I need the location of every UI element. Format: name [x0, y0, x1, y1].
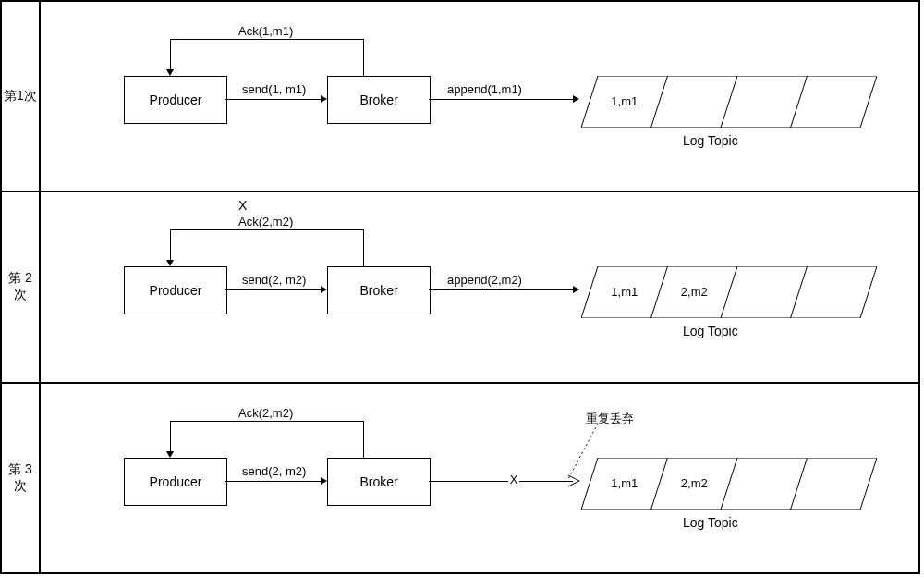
- ack-label: Ack(2,m2): [238, 215, 293, 228]
- send-label: send(2, m2): [242, 273, 306, 287]
- log-topic: 1,m1: [581, 76, 877, 128]
- log-caption: Log Topic: [683, 324, 738, 338]
- producer-box: Producer: [124, 458, 227, 506]
- send-arrow: [225, 99, 321, 100]
- send-arrow: [225, 289, 321, 290]
- row-label: 第 3 次: [2, 384, 41, 572]
- ack-arrow: [170, 421, 171, 451]
- producer-box: Producer: [124, 76, 227, 124]
- log-caption: Log Topic: [683, 515, 738, 530]
- row-stage: ProducerBroker send(1, m1) Ack(1,m1) app…: [41, 2, 918, 191]
- append-fail-icon: X: [508, 473, 520, 486]
- row-label: 第 2 次: [2, 192, 41, 381]
- svg-text:1,m1: 1,m1: [611, 285, 638, 299]
- svg-text:1,m1: 1,m1: [611, 94, 638, 108]
- log-topic: 1,m12,m2: [581, 266, 877, 318]
- arrowhead-icon: [166, 260, 174, 266]
- producer-box: Producer: [124, 266, 227, 314]
- ack-arrow: [363, 421, 364, 458]
- append-label: append(1,m1): [447, 82, 522, 96]
- diagram-row: 第 2 次ProducerBroker send(2, m2) Ack(2,m2…: [2, 192, 918, 383]
- arrowhead-icon: [321, 477, 327, 485]
- arrowhead-icon: [166, 69, 174, 76]
- ack-arrow: [170, 39, 171, 69]
- log-caption: Log Topic: [683, 133, 738, 148]
- ack-arrow: [170, 229, 363, 230]
- svg-text:2,m2: 2,m2: [681, 476, 708, 490]
- row-label: 第1次: [2, 2, 41, 191]
- arrowhead-icon: [321, 95, 327, 103]
- append-arrow: [429, 289, 573, 290]
- ack-label: Ack(2,m2): [238, 406, 293, 420]
- ack-arrow: [170, 421, 363, 422]
- diagram-row: 第1次ProducerBroker send(1, m1) Ack(1,m1) …: [2, 2, 918, 192]
- ack-label: Ack(1,m1): [238, 24, 293, 38]
- broker-box: Broker: [327, 76, 431, 124]
- append-label: append(2,m2): [447, 273, 522, 287]
- arrowhead-icon: [321, 286, 327, 293]
- send-label: send(1, m1): [242, 82, 306, 96]
- ack-arrow: [170, 229, 171, 260]
- send-arrow: [225, 481, 321, 482]
- diagram-grid: 第1次ProducerBroker send(1, m1) Ack(1,m1) …: [0, 0, 920, 574]
- broker-box: Broker: [327, 266, 431, 314]
- row-stage: ProducerBroker send(2, m2) Ack(2,m2)X 重复…: [41, 384, 918, 572]
- arrowhead-icon: [166, 451, 174, 458]
- diagram-row: 第 3 次ProducerBroker send(2, m2) Ack(2,m2…: [2, 384, 918, 572]
- arrowhead-icon: [573, 95, 579, 103]
- log-topic: 1,m12,m2: [581, 458, 877, 510]
- ack-arrow: [363, 39, 364, 76]
- ack-fail-icon: X: [238, 198, 247, 213]
- svg-text:2,m2: 2,m2: [681, 285, 708, 299]
- ack-arrow: [170, 39, 363, 40]
- append-arrow: [429, 99, 573, 100]
- append-arrow: [429, 481, 573, 482]
- row-stage: ProducerBroker send(2, m2) Ack(2,m2)X ap…: [41, 192, 918, 381]
- arrowhead-icon: [573, 286, 579, 293]
- svg-text:1,m1: 1,m1: [611, 476, 638, 490]
- ack-arrow: [363, 229, 364, 266]
- send-label: send(2, m2): [242, 464, 306, 478]
- broker-box: Broker: [327, 458, 431, 506]
